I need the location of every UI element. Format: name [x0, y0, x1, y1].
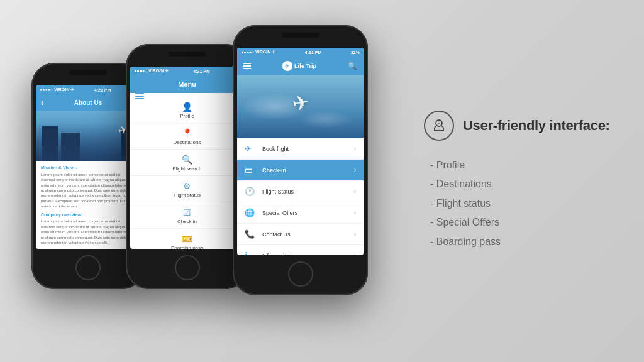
menu-title: Menu — [178, 80, 196, 88]
phone-about-screen: ●●●●○ VIRGIN ✈ 4:21 PM 🔋 ‹ About Us ✈ Mi… — [36, 85, 140, 249]
book-flight-icon: ✈ — [245, 144, 257, 153]
app-logo-icon: ✈ — [282, 61, 292, 71]
app-logo: ✈ Life Trip — [282, 61, 316, 71]
menu-item-flight-search[interactable]: 🔍 Flight search — [130, 150, 244, 176]
status-bar-3: ●●●●○ VIRGIN ✈ 4:21 PM 22% — [237, 48, 364, 57]
nav-label-flight-status: Flight Status — [262, 189, 354, 195]
app-name: Life Trip — [294, 63, 316, 69]
menu-label-flight-search: Flight search — [173, 166, 202, 172]
time-2: 4:21 PM — [193, 69, 209, 74]
hamburger-line-1 — [243, 63, 251, 65]
app-header: ✈ Life Trip 🔍 — [237, 57, 364, 75]
time-3: 4:21 PM — [305, 50, 321, 55]
feature-item-4: - Boarding pass — [430, 233, 619, 251]
about-header: ‹ About Us — [36, 94, 140, 111]
status-bar-1: ●●●●○ VIRGIN ✈ 4:21 PM 🔋 — [36, 85, 140, 94]
menu-label-checkin: Check in — [177, 219, 197, 224]
flight-status-nav-icon: 🕐 — [245, 187, 257, 196]
nav-checkin[interactable]: 🗃 Check-in › — [237, 160, 364, 181]
hamburger-line-3 — [243, 68, 251, 69]
section1-text: Lorem ipsum dolor sit amet, consectetur … — [41, 172, 135, 209]
hamburger-line-2 — [243, 65, 251, 67]
search-button[interactable]: 🔍 — [348, 62, 357, 70]
about-hero-image: ✈ — [36, 111, 140, 161]
carrier-1: ●●●●○ VIRGIN ✈ — [40, 87, 74, 92]
checkin-nav-icon: 🗃 — [245, 165, 257, 175]
menu-header: Menu — [130, 75, 244, 93]
nav-label-contact-us: Contact Us — [262, 231, 354, 238]
feature-panel: User-friendly interface: - Profile - Des… — [424, 111, 619, 251]
nav-label-book-flight: Book flight — [262, 146, 354, 152]
about-content: Mission & Vision: Lorem ipsum dolor sit … — [36, 161, 140, 249]
carrier-3: ●●●●○ VIRGIN ✈ — [241, 50, 275, 55]
feature-title-text: User-friendly interface: — [463, 118, 610, 134]
menu-item-flight-status[interactable]: ⚙ Flight status — [130, 176, 244, 202]
menu-item-checkin[interactable]: ☑ Check in — [130, 202, 244, 229]
nav-book-flight[interactable]: ✈ Book flight › — [237, 138, 364, 160]
phone-app-screen: ●●●●○ VIRGIN ✈ 4:21 PM 22% ✈ Life Trip 🔍 — [237, 48, 364, 255]
flight-status-icon: ⚙ — [183, 181, 191, 191]
destinations-icon: 📍 — [182, 128, 192, 138]
hamburger-icon[interactable] — [135, 93, 144, 99]
arrow-icon-4: › — [354, 231, 356, 238]
arrow-icon-2: › — [354, 188, 356, 195]
arrow-icon-3: › — [354, 209, 356, 216]
nav-label-information: Information — [262, 253, 354, 256]
flight-search-icon: 🔍 — [182, 155, 192, 165]
touch-icon — [430, 117, 448, 134]
menu-item-profile[interactable]: 👤 Profile — [130, 97, 244, 123]
feature-item-1: - Destinations — [430, 175, 619, 194]
feature-item-3: - Special Offers — [430, 213, 619, 232]
time-1: 4:21 PM — [94, 88, 111, 92]
nav-flight-status[interactable]: 🕐 Flight Status › — [237, 181, 364, 202]
boarding-icon: 🎫 — [182, 234, 192, 244]
back-button[interactable]: ‹ — [41, 97, 44, 107]
menu-item-destinations[interactable]: 📍 Destinations — [130, 123, 244, 150]
arrow-icon-0: › — [354, 145, 356, 152]
section1-title: Mission & Vision: — [41, 165, 135, 171]
section2-title: Company overview: — [41, 212, 135, 218]
hamburger-button[interactable] — [243, 63, 251, 69]
phone-app: ●●●●○ VIRGIN ✈ 4:21 PM 22% ✈ Life Trip 🔍 — [233, 25, 368, 295]
nav-label-checkin: Check-in — [262, 167, 354, 173]
special-offers-icon: 🌐 — [245, 208, 257, 217]
phones-showcase: ●●●●○ VIRGIN ✈ 4:21 PM 🔋 ‹ About Us ✈ Mi… — [19, 13, 421, 362]
about-title: About Us — [74, 99, 102, 106]
touch-icon-circle — [424, 111, 454, 141]
contact-icon: 📞 — [245, 229, 257, 239]
feature-list: - Profile - Destinations - Flight status… — [424, 156, 619, 251]
feature-title-row: User-friendly interface: — [424, 111, 619, 141]
carrier-2: ●●●●○ VIRGIN ✈ — [134, 69, 169, 74]
arrow-icon-1: › — [354, 167, 356, 173]
app-hero-image: ✈ — [237, 75, 364, 138]
menu-label-boarding: Boarding pass — [171, 245, 203, 249]
app-nav-list: ✈ Book flight › 🗃 Check-in › 🕐 Flight St… — [237, 138, 364, 255]
status-bar-2: ●●●●○ VIRGIN ✈ 4:21 PM 🔋 — [130, 67, 244, 75]
menu-label-profile: Profile — [180, 113, 194, 119]
nav-special-offers[interactable]: 🌐 Special Offers › — [237, 202, 364, 224]
phone-menu: ●●●●○ VIRGIN ✈ 4:21 PM 🔋 Menu 👤 Profile … — [126, 44, 248, 289]
nav-label-special-offers: Special Offers — [262, 210, 354, 216]
feature-item-2: - Flight status — [430, 194, 619, 213]
arrow-icon-5: › — [354, 252, 356, 255]
battery-3: 22% — [351, 50, 360, 55]
phone-menu-screen: ●●●●○ VIRGIN ✈ 4:21 PM 🔋 Menu 👤 Profile … — [130, 67, 244, 249]
nav-information[interactable]: ℹ Information › — [237, 245, 364, 255]
profile-icon: 👤 — [182, 102, 192, 112]
menu-item-boarding[interactable]: 🎫 Boarding pass — [130, 229, 244, 249]
info-icon: ℹ — [245, 251, 257, 255]
nav-contact-us[interactable]: 📞 Contact Us › — [237, 224, 364, 245]
menu-label-flight-status: Flight status — [174, 192, 201, 198]
menu-label-destinations: Destinations — [173, 140, 201, 145]
section2-text: Lorem ipsum dolor sit amet, consectetur … — [41, 219, 135, 245]
checkin-icon: ☑ — [183, 207, 191, 217]
feature-item-0: - Profile — [430, 156, 619, 175]
menu-items-list: 👤 Profile 📍 Destinations 🔍 Flight search… — [130, 94, 244, 249]
